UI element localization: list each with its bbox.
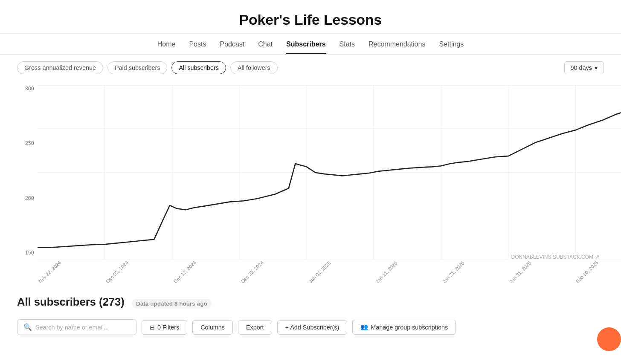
columns-button[interactable]: Columns (192, 320, 233, 335)
x-label-3: Dec 22, 2024 (240, 260, 264, 284)
filter-bar: Gross annualized revenue Paid subscriber… (0, 55, 621, 81)
filters-button[interactable]: ⊟ 0 Filters (142, 320, 187, 335)
manage-subscriptions-button[interactable]: 👥 Manage group subscriptions (352, 320, 456, 335)
filter-paid[interactable]: Paid subscribers (107, 61, 167, 74)
chevron-down-icon: ▾ (595, 64, 598, 71)
nav-chat[interactable]: Chat (258, 40, 273, 54)
nav-podcast[interactable]: Podcast (220, 40, 244, 54)
filter-icon: ⊟ (150, 324, 155, 331)
line-chart (38, 85, 621, 260)
x-label-6: Jan 21, 2025 (441, 260, 465, 284)
chart-watermark: DONNABLEVINS.SUBSTACK.COM ↗ (511, 254, 600, 260)
filters-label: 0 Filters (157, 324, 179, 331)
nav-posts[interactable]: Posts (189, 40, 206, 54)
y-label-250: 250 (17, 140, 34, 146)
external-link-icon: ↗ (595, 254, 600, 260)
search-box[interactable]: 🔍 Search by name or email... (17, 319, 136, 335)
y-axis: 300 250 200 150 (17, 81, 34, 260)
y-label-300: 300 (17, 85, 34, 92)
x-axis: Nov 22, 2024 Dec 02, 2024 Dec 12, 2024 D… (38, 277, 604, 286)
filter-all-subscribers[interactable]: All subscribers (171, 61, 226, 74)
x-label-7: Jan 31, 2025 (508, 260, 532, 284)
filter-gross[interactable]: Gross annualized revenue (17, 61, 103, 74)
page-title: Poker's Life Lessons (0, 12, 621, 28)
filter-all-followers[interactable]: All followers (230, 61, 278, 74)
x-label-0: Nov 22, 2024 (38, 260, 62, 284)
main-nav: Home Posts Podcast Chat Subscribers Stat… (0, 34, 621, 55)
x-label-1: Dec 02, 2024 (105, 260, 129, 284)
chart-container: 300 250 200 150 (0, 81, 621, 286)
nav-stats[interactable]: Stats (340, 40, 355, 54)
watermark-text: DONNABLEVINS.SUBSTACK.COM (511, 254, 593, 260)
search-icon: 🔍 (23, 323, 32, 331)
x-label-8: Feb 10, 2025 (575, 260, 599, 284)
add-subscriber-button[interactable]: + Add Subscriber(s) (277, 320, 348, 335)
y-label-150: 150 (17, 249, 34, 256)
manage-label: Manage group subscriptions (371, 324, 448, 331)
subscriber-info: All subscribers (273) Data updated 8 hou… (0, 286, 621, 313)
y-label-200: 200 (17, 195, 34, 201)
page-header: Poker's Life Lessons (0, 0, 621, 34)
x-label-4: Jan 01, 2025 (308, 260, 332, 284)
chart-area: 300 250 200 150 (17, 81, 604, 286)
x-label-2: Dec 12, 2024 (173, 260, 197, 284)
group-icon: 👥 (360, 324, 368, 331)
x-label-5: Jan 11, 2025 (374, 260, 398, 284)
export-button[interactable]: Export (238, 320, 272, 335)
data-updated-badge: Data updated 8 hours ago (132, 299, 212, 309)
days-selector[interactable]: 90 days ▾ (564, 61, 604, 74)
nav-settings[interactable]: Settings (439, 40, 464, 54)
subscriber-label: All subscribers (17, 296, 96, 308)
days-value: 90 days (571, 64, 592, 71)
subscriber-count: (273) (99, 296, 125, 308)
nav-home[interactable]: Home (157, 40, 176, 54)
search-placeholder: Search by name or email... (35, 324, 109, 331)
action-bar: 🔍 Search by name or email... ⊟ 0 Filters… (0, 313, 621, 341)
nav-recommendations[interactable]: Recommendations (369, 40, 425, 54)
subscriber-heading: All subscribers (273) Data updated 8 hou… (17, 296, 212, 308)
nav-subscribers[interactable]: Subscribers (286, 40, 325, 54)
